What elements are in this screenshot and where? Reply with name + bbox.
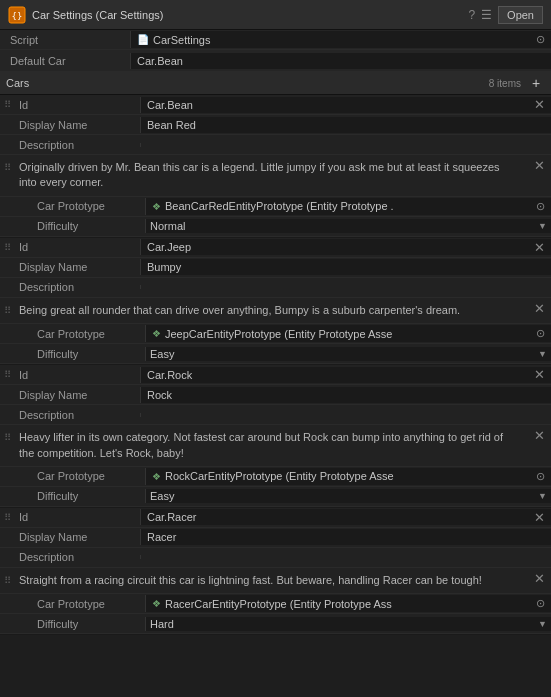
prototype-row: ⠿ Car Prototype ❖ JeepCarEntityPrototype… [0,324,551,344]
remove-car-button[interactable]: ✕ [530,241,549,254]
description-text[interactable]: Originally driven by Mr. Bean this car i… [15,158,547,193]
description-empty [140,413,551,417]
id-label: Id [15,239,140,255]
remove-description-button[interactable]: ✕ [530,158,549,173]
desc-drag-handle[interactable]: ⠿ [0,160,15,175]
main-content: Script 📄 CarSettings ⊙ Default Car Car.B… [0,30,551,635]
settings-icon[interactable]: ☰ [481,8,492,22]
id-label: Id [15,97,140,113]
description-empty [140,285,551,289]
prototype-label: Car Prototype [15,326,145,342]
difficulty-select-wrap[interactable]: EasyNormalHard ▼ [145,617,551,631]
car-id-value[interactable]: Car.Racer [140,509,551,525]
prototype-link-icon[interactable]: ⊙ [536,470,545,483]
script-row: Script 📄 CarSettings ⊙ [0,30,551,50]
help-icon[interactable]: ? [468,8,475,22]
prototype-row: ⠿ Car Prototype ❖ RacerCarEntityPrototyp… [0,594,551,614]
description-label: Description [15,137,140,153]
prototype-name: JeepCarEntityPrototype (Entity Prototype… [165,328,392,340]
difficulty-label: Difficulty [15,488,145,504]
car-id-value[interactable]: Car.Bean [140,97,551,113]
remove-car-button[interactable]: ✕ [530,368,549,381]
prototype-name: RockCarEntityPrototype (Entity Prototype… [165,470,394,482]
desc-drag-handle[interactable]: ⠿ [0,573,15,588]
description-text-row: ⠿ Heavy lifter in its own category. Not … [0,425,551,467]
remove-car-button[interactable]: ✕ [530,98,549,111]
difficulty-row: ⠿ Difficulty EasyNormalHard ▼ [0,217,551,237]
default-car-row: Default Car Car.Bean [0,50,551,72]
description-text[interactable]: Being great all rounder that can drive o… [15,301,547,320]
prototype-value[interactable]: ❖ RockCarEntityPrototype (Entity Prototy… [145,468,551,485]
prototype-row: ⠿ Car Prototype ❖ RockCarEntityPrototype… [0,467,551,487]
difficulty-select[interactable]: EasyNormalHard [146,219,551,233]
description-text[interactable]: Straight from a racing circuit this car … [15,571,547,590]
window-icon: {} [8,6,26,24]
remove-description-button[interactable]: ✕ [530,571,549,586]
prototype-icon: ❖ [152,201,161,212]
default-car-label: Default Car [0,53,130,69]
car-id-row: ⠿ Id Car.Jeep ✕ [0,238,551,258]
description-label: Description [15,279,140,295]
description-text[interactable]: Heavy lifter in its own category. Not fa… [15,428,547,463]
display-name-row: ⠿ Display Name Rock [0,385,551,405]
difficulty-row: ⠿ Difficulty EasyNormalHard ▼ [0,614,551,634]
difficulty-select[interactable]: EasyNormalHard [146,617,551,631]
drag-handle-icon[interactable]: ⠿ [0,242,15,253]
script-file-icon: 📄 [137,34,149,45]
script-end-icon[interactable]: ⊙ [536,33,545,46]
remove-car-button[interactable]: ✕ [530,511,549,524]
prototype-value[interactable]: ❖ BeanCarRedEntityPrototype (Entity Prot… [145,198,551,215]
description-text-row: ⠿ Being great all rounder that can drive… [0,298,551,324]
car-id-row: ⠿ Id Car.Racer ✕ [0,508,551,528]
prototype-icon: ❖ [152,598,161,609]
car-id-row: ⠿ Id Car.Rock ✕ [0,365,551,385]
car-id-value[interactable]: Car.Jeep [140,239,551,255]
prototype-link-icon[interactable]: ⊙ [536,327,545,340]
display-name-value[interactable]: Bumpy [140,259,551,275]
prototype-icon: ❖ [152,471,161,482]
title-bar-actions: ? ☰ Open [468,6,543,24]
open-button[interactable]: Open [498,6,543,24]
description-label-row: ⠿ Description [0,278,551,298]
drag-handle-icon[interactable]: ⠿ [0,369,15,380]
remove-description-button[interactable]: ✕ [530,301,549,316]
car-id-row: ⠿ Id Car.Bean ✕ [0,95,551,115]
display-name-value[interactable]: Bean Red [140,117,551,133]
drag-handle-icon[interactable]: ⠿ [0,99,15,110]
display-name-value[interactable]: Racer [140,529,551,545]
display-name-row: ⠿ Display Name Bumpy [0,258,551,278]
window-title: Car Settings (Car Settings) [32,9,468,21]
remove-description-button[interactable]: ✕ [530,428,549,443]
prototype-link-icon[interactable]: ⊙ [536,597,545,610]
difficulty-select-wrap[interactable]: EasyNormalHard ▼ [145,219,551,233]
difficulty-select[interactable]: EasyNormalHard [146,489,551,503]
description-label-row: ⠿ Description [0,135,551,155]
prototype-link-icon[interactable]: ⊙ [536,200,545,213]
difficulty-select-wrap[interactable]: EasyNormalHard ▼ [145,347,551,361]
script-label: Script [0,32,130,48]
display-name-label: Display Name [15,117,140,133]
car-id-value[interactable]: Car.Rock [140,367,551,383]
prototype-label: Car Prototype [15,468,145,484]
script-name: CarSettings [153,34,210,46]
display-name-label: Display Name [15,387,140,403]
id-label: Id [15,367,140,383]
difficulty-select[interactable]: EasyNormalHard [146,347,551,361]
display-name-value[interactable]: Rock [140,387,551,403]
desc-drag-handle[interactable]: ⠿ [0,303,15,318]
desc-drag-handle[interactable]: ⠿ [0,430,15,445]
default-car-value[interactable]: Car.Bean [130,53,551,69]
cars-section-count: 8 items [489,78,521,89]
car-item: ⠿ Id Car.Jeep ✕ ⠿ Display Name Bumpy ⠿ D… [0,238,551,365]
difficulty-label: Difficulty [15,218,145,234]
drag-handle-icon[interactable]: ⠿ [0,512,15,523]
description-label-row: ⠿ Description [0,548,551,568]
prototype-label: Car Prototype [15,198,145,214]
difficulty-label: Difficulty [15,616,145,632]
description-label: Description [15,549,140,565]
add-car-button[interactable]: + [527,74,545,92]
prototype-label: Car Prototype [15,596,145,612]
prototype-value[interactable]: ❖ RacerCarEntityPrototype (Entity Protot… [145,595,551,612]
prototype-value[interactable]: ❖ JeepCarEntityPrototype (Entity Prototy… [145,325,551,342]
difficulty-select-wrap[interactable]: EasyNormalHard ▼ [145,489,551,503]
